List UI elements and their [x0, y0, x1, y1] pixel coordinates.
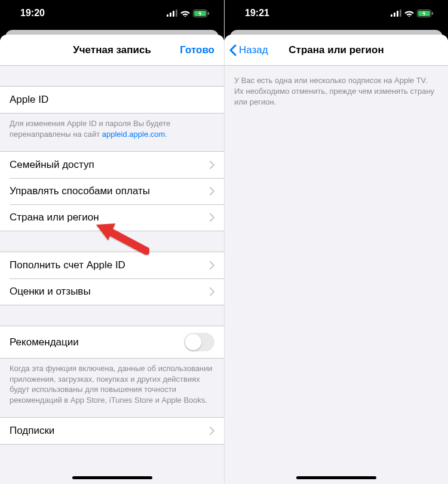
modal-sheet: Назад Страна или регион У Вас есть одна …	[225, 35, 448, 484]
svg-rect-10	[400, 10, 401, 17]
info-text: У Вас есть одна или несколько подписок н…	[225, 66, 448, 118]
row-label: Подписки	[10, 425, 54, 437]
status-bar: 19:20	[0, 0, 224, 26]
status-time: 19:20	[20, 8, 45, 19]
chevron-right-icon	[210, 161, 214, 169]
phone-right: 19:21 Назад Страна или регион У Вас есть…	[224, 0, 448, 484]
status-icons	[391, 10, 434, 17]
phone-left: 19:20 Учетная запись Готово Apple ID Для…	[0, 0, 224, 484]
chevron-right-icon	[210, 261, 214, 269]
svg-rect-2	[173, 11, 174, 17]
manage-payments-row[interactable]: Управлять способами оплаты	[0, 178, 224, 204]
row-label: Пополнить счет Apple ID	[10, 259, 125, 271]
row-label: Семейный доступ	[10, 159, 94, 171]
nav-title: Учетная запись	[73, 44, 151, 56]
recommendations-row: Рекомендации	[0, 326, 224, 358]
apple-id-row[interactable]: Apple ID	[0, 87, 224, 113]
svg-rect-9	[397, 11, 398, 17]
battery-charging-icon	[417, 10, 434, 17]
nav-title: Страна или регион	[289, 44, 383, 56]
status-icons	[167, 10, 210, 17]
row-label: Оценки и отзывы	[10, 286, 91, 298]
content: У Вас есть одна или несколько подписок н…	[225, 66, 448, 484]
svg-rect-6	[208, 12, 209, 15]
done-button[interactable]: Готово	[180, 44, 214, 56]
dual-sim-icon	[391, 10, 401, 17]
chevron-right-icon	[210, 427, 214, 435]
home-indicator[interactable]	[296, 476, 376, 479]
modal-sheet: Учетная запись Готово Apple ID Для измен…	[0, 35, 224, 484]
back-button[interactable]: Назад	[229, 44, 268, 56]
svg-rect-3	[176, 10, 177, 17]
row-label: Рекомендации	[10, 336, 79, 348]
wifi-icon	[180, 10, 190, 17]
svg-rect-13	[432, 12, 433, 15]
svg-rect-1	[170, 13, 171, 17]
chevron-right-icon	[210, 213, 214, 222]
status-bar: 19:21	[225, 0, 448, 26]
chevron-left-icon	[229, 44, 237, 56]
nav-bar: Учетная запись Готово	[0, 35, 224, 66]
recommendations-footer: Когда эта функция включена, данные об ис…	[0, 359, 224, 409]
home-indicator[interactable]	[72, 476, 152, 479]
svg-rect-0	[167, 14, 168, 17]
appleid-link[interactable]: appleid.apple.com	[102, 130, 165, 139]
subscriptions-row[interactable]: Подписки	[0, 418, 224, 444]
apple-id-footer: Для изменения Apple ID и пароля Вы будет…	[0, 114, 224, 143]
battery-charging-icon	[193, 10, 210, 17]
chevron-right-icon	[210, 187, 214, 195]
recommendations-toggle[interactable]	[184, 333, 214, 351]
back-label: Назад	[239, 44, 268, 56]
ratings-reviews-row[interactable]: Оценки и отзывы	[0, 278, 224, 305]
family-sharing-row[interactable]: Семейный доступ	[0, 152, 224, 178]
chevron-right-icon	[210, 287, 214, 296]
dual-sim-icon	[167, 10, 177, 17]
nav-bar: Назад Страна или регион	[225, 35, 448, 66]
status-time: 19:21	[245, 8, 269, 19]
apple-id-label: Apple ID	[10, 94, 48, 106]
svg-rect-7	[391, 14, 392, 17]
svg-rect-8	[394, 13, 395, 17]
row-label: Управлять способами оплаты	[10, 185, 150, 197]
wifi-icon	[404, 10, 414, 17]
add-funds-row[interactable]: Пополнить счет Apple ID	[0, 252, 224, 278]
row-label: Страна или регион	[10, 212, 99, 223]
settings-content[interactable]: Apple ID Для изменения Apple ID и пароля…	[0, 66, 224, 484]
country-region-row[interactable]: Страна или регион	[0, 204, 224, 231]
